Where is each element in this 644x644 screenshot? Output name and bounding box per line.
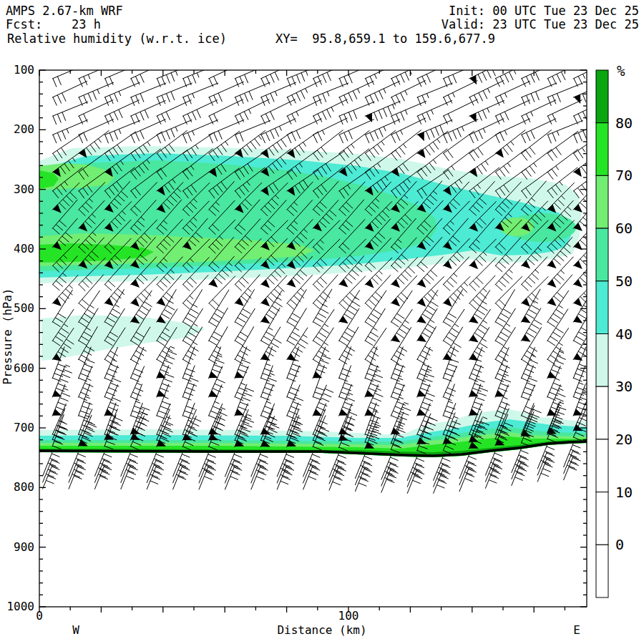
colorbar-tick-label: 30 <box>615 378 633 395</box>
colorbar-segment-30-40 <box>596 334 608 387</box>
x-tick-label: 100 <box>338 609 359 623</box>
colorbar-segment-60-70 <box>596 175 608 228</box>
y-axis-title: Pressure (hPa) <box>1 288 14 385</box>
east-end-label: E <box>573 623 580 637</box>
cross-section-plot: 10020030040050060070080090010000100Press… <box>0 0 644 644</box>
y-tick-label: 600 <box>14 361 34 375</box>
y-tick-label: 400 <box>14 242 34 255</box>
colorbar-segment-70-80 <box>596 123 608 176</box>
colorbar: %80706050403020100 <box>596 63 633 597</box>
colorbar-segment-0-10 <box>596 492 608 545</box>
x-axis-title: Distance (km) <box>277 623 366 637</box>
colorbar-tick-label: 80 <box>615 114 633 132</box>
colorbar-segment->80 <box>596 70 608 123</box>
colorbar-tick-label: 40 <box>615 326 633 343</box>
y-tick-label: 200 <box>14 122 34 136</box>
colorbar-segment-40-50 <box>596 281 608 334</box>
colorbar-tick-label: 0 <box>615 536 624 553</box>
weather-cross-section-page: AMPS 2.67-km WRF Fcst: 23 h Relative hum… <box>0 0 644 644</box>
y-tick-label: 800 <box>14 480 34 494</box>
colorbar-segment-50-60 <box>596 228 608 281</box>
y-tick-label: 1000 <box>6 600 34 613</box>
colorbar-segment-10-20 <box>596 439 608 492</box>
colorbar-tick-label: 70 <box>615 167 633 184</box>
y-tick-label: 500 <box>14 301 34 315</box>
colorbar-tick-label: 10 <box>615 484 633 501</box>
y-tick-label: 300 <box>14 182 34 196</box>
y-tick-label: 700 <box>14 421 34 434</box>
colorbar-segment-20-30 <box>596 386 608 439</box>
colorbar-tick-label: 60 <box>615 220 633 237</box>
colorbar-tick-label: 20 <box>615 431 633 448</box>
colorbar-segment-<0 <box>596 545 608 597</box>
y-tick-label: 900 <box>14 540 34 554</box>
colorbar-tick-label: 50 <box>615 273 633 290</box>
rh-contour-30-40-midlevel <box>42 315 205 361</box>
west-end-label: W <box>72 623 79 637</box>
rh-contour-60-70-east <box>499 218 534 236</box>
x-tick-label: 0 <box>36 609 43 623</box>
y-tick-label: 100 <box>14 63 34 77</box>
colorbar-unit-label: % <box>617 63 625 79</box>
